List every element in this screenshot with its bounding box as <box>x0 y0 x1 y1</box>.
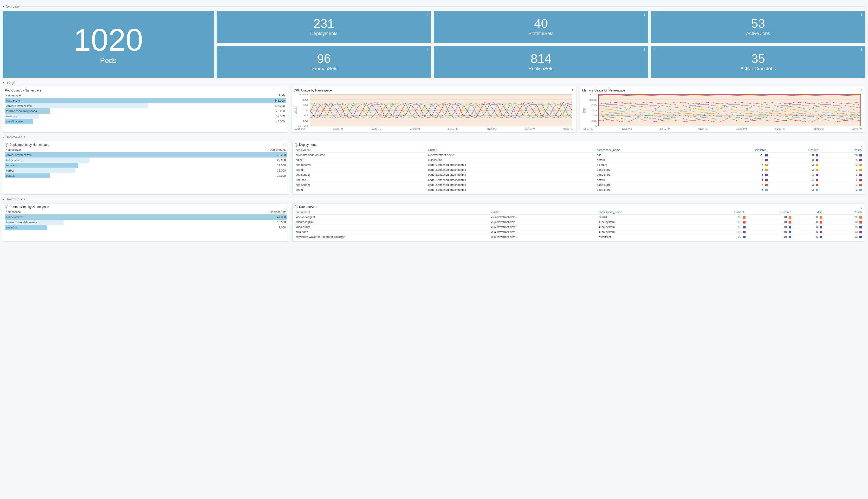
svg-text:.5M: .5M <box>301 104 308 106</box>
th-deployment[interactable]: deployment <box>294 148 427 153</box>
th-daemonset[interactable]: daemonset <box>294 210 490 215</box>
section-daemonsets-header[interactable]: ▾ DaemonSets <box>3 197 865 201</box>
th-miss[interactable]: Miss <box>792 210 823 215</box>
table-row[interactable]: pos-uiedge-3.attached.attached.tmcedge-s… <box>294 187 863 192</box>
th-namespace[interactable]: namespace_name <box>596 148 704 153</box>
kebab-icon[interactable]: ⋮ <box>859 205 863 209</box>
row-name: vmware-system-tmc <box>5 104 270 107</box>
table-row[interactable]: pos-uiedge-2.attached.attached.tmcedge-s… <box>294 167 863 172</box>
table-row[interactable]: metallb-system 45.000 <box>5 119 286 124</box>
kebab-icon[interactable]: ⋮ <box>208 12 212 16</box>
kebab-icon[interactable]: ⋮ <box>571 89 575 93</box>
row-value: 10.000 <box>271 221 287 224</box>
panel-cpu-usage: CPU Usage by Namespace ⋮ 1.5M1M.5M0-.5M-… <box>291 87 577 133</box>
section-overview-header[interactable]: ▾ Overview <box>3 5 865 9</box>
row-value: 12.000 <box>271 174 287 177</box>
tile-activecron[interactable]: 🔗 ⋮ 35 Active Cron Jobs <box>651 46 865 78</box>
th-cluster[interactable]: cluster <box>427 148 596 153</box>
tile-deployments[interactable]: 🔗 ⋮ 231 Deployments <box>217 11 431 43</box>
panel-title: Memory Usage by Namespace <box>582 89 863 92</box>
panel-title: DaemonSets by Namespace <box>9 205 49 209</box>
axis-tick: 01:00 PM <box>410 127 420 130</box>
kebab-icon[interactable]: ⋮ <box>425 47 429 51</box>
panel-title: Deployments <box>299 143 317 147</box>
info-icon[interactable]: i <box>294 143 298 147</box>
row-name: tacocat <box>5 164 271 167</box>
th-cluster[interactable]: cluster <box>490 210 597 215</box>
axis-tick: 01:15 PM <box>737 127 747 130</box>
col-deployments: Deployments <box>270 148 286 151</box>
section-usage-header[interactable]: ▾ Usage <box>3 81 865 85</box>
kebab-icon[interactable]: ⋮ <box>282 89 286 93</box>
table-row[interactable]: kube-system 22.000 <box>5 158 287 163</box>
kebab-icon[interactable]: ⋮ <box>859 89 863 93</box>
kebab-icon[interactable]: ⋮ <box>283 143 287 147</box>
row-name: kube-system <box>5 99 270 102</box>
table-row[interactable]: aws-nodeeks-wavefront-dev-2kube-system 1… <box>294 230 863 234</box>
kebab-icon[interactable]: ⋮ <box>859 143 863 147</box>
kebab-icon[interactable]: ⋮ <box>642 47 646 51</box>
table-row[interactable]: frontendedge-2.attached.attached.tmcdefa… <box>294 177 863 182</box>
mem-chart[interactable]: 12G10G8G6G4G2G0Bytes <box>582 93 863 127</box>
row-value: 22.000 <box>271 159 287 162</box>
table-row[interactable]: wavefront 7.000 <box>5 225 287 230</box>
th-desired[interactable]: Desired <box>747 210 792 215</box>
svg-text:4G: 4G <box>591 114 597 117</box>
row-name: default <box>5 174 271 177</box>
table-row[interactable]: kube-system 446.000 <box>5 98 286 103</box>
table-row[interactable]: tanzu-observability-saas 70.000 <box>5 108 286 113</box>
axis-tick: 12:15 PM <box>294 127 305 130</box>
th-available[interactable]: Available↓ <box>704 148 769 153</box>
link-icon: 🔗 <box>436 47 440 51</box>
kebab-icon[interactable]: ⋮ <box>425 12 429 16</box>
info-icon[interactable]: i <box>5 143 8 147</box>
table-row[interactable]: pos-senderedge-2.attached.attached.tmced… <box>294 172 863 177</box>
table-row[interactable]: wavefront 52.000 <box>5 113 286 119</box>
tile-label: Active Cron Jobs <box>740 66 776 72</box>
section-title: Usage <box>5 81 15 85</box>
table-row[interactable]: vmware-system-tmc 73.000 <box>5 152 287 158</box>
svg-text:1M: 1M <box>302 99 308 101</box>
tile-value: 1020 <box>74 24 143 56</box>
chevron-down-icon: ▾ <box>3 136 4 138</box>
tile-label: StatefulSets <box>528 31 554 36</box>
kebab-icon[interactable]: ⋮ <box>642 12 646 16</box>
table-row[interactable]: lacework-agenteks-wavefront-dev-2default… <box>294 215 863 219</box>
tile-daemonsets[interactable]: 🔗 ⋮ 96 DaemonSets <box>217 46 431 78</box>
th-ready[interactable]: Ready <box>819 148 863 153</box>
table-row[interactable]: vmware-system-tmc 228.000 <box>5 103 286 108</box>
table-row[interactable]: tacocat 19.000 <box>5 163 287 168</box>
col-daemonsets: DaemonSets <box>270 210 286 214</box>
cpu-chart[interactable]: 1.5M1M.5M0-.5M-1M-1.5MMillicores <box>293 93 575 127</box>
table-row[interactable]: pos-senderedge-3.attached.attached.tmced… <box>294 182 863 187</box>
kebab-icon[interactable]: ⋮ <box>860 12 863 16</box>
row-name: wavefront <box>5 226 271 229</box>
section-deployments-header[interactable]: ▾ Deployments <box>3 135 865 139</box>
th-desired[interactable]: Desired <box>769 148 819 153</box>
th-namespace[interactable]: namespace_name <box>598 210 696 215</box>
th-current[interactable]: Current↓ <box>696 210 747 215</box>
tile-replicasets[interactable]: 🔗 ⋮ 814 ReplicaSets <box>434 46 648 78</box>
row-value: 446.000 <box>270 99 286 102</box>
table-row[interactable]: kube-system 47.000 <box>5 215 287 220</box>
table-row[interactable]: default 12.000 <box>5 173 287 178</box>
tile-statefulsets[interactable]: 🔗 ⋮ 40 StatefulSets <box>434 11 648 43</box>
kebab-icon[interactable]: ⋮ <box>860 47 863 51</box>
table-row[interactable]: pos-receiveredge-0.attached.attached.tmc… <box>294 162 863 167</box>
tile-activejobs[interactable]: 🔗 ⋮ 53 Active Jobs <box>651 11 865 43</box>
section-title: Deployments <box>5 135 25 139</box>
info-icon[interactable]: i <box>294 205 298 208</box>
table-row[interactable]: wavefront-wavefront-operator-collectorek… <box>294 234 863 239</box>
table-row[interactable]: harbor 18.000 <box>5 168 287 173</box>
tile-pods[interactable]: 🔗 ⋮ 1020 Pods <box>3 11 214 78</box>
th-ready[interactable]: Ready <box>823 210 863 215</box>
table-row[interactable]: selenium-node-chromeeks-wavefront-dev-2e… <box>294 153 863 158</box>
svg-text:Millicores: Millicores <box>293 106 298 114</box>
row-value: 45.000 <box>270 120 286 123</box>
table-row[interactable]: nginxeklocalkinddefault 8 8 8 <box>294 158 863 162</box>
table-row[interactable]: tanzu-observability-saas 10.000 <box>5 220 287 225</box>
table-row[interactable]: kube-proxyeks-wavefront-dev-2kube-system… <box>294 224 863 229</box>
table-row[interactable]: fluentd-logzioeks-wavefront-dev-2kube-sy… <box>294 219 863 224</box>
kebab-icon[interactable]: ⋮ <box>283 205 287 209</box>
info-icon[interactable]: i <box>5 205 8 208</box>
